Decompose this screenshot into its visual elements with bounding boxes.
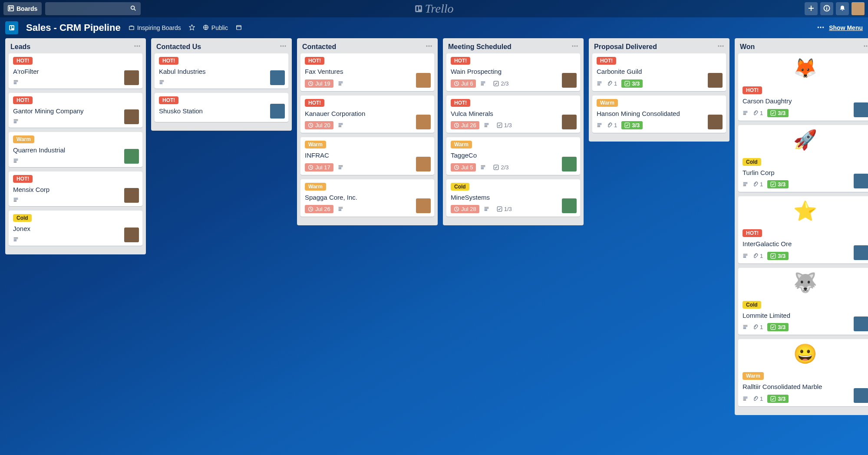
member-avatar[interactable] [562,73,577,88]
list: Meeting ScheduledHOT!Wain ProspectingJul… [443,38,584,225]
list-menu-button[interactable] [717,43,724,51]
info-button[interactable] [820,2,833,15]
svg-point-34 [574,46,576,47]
card[interactable]: HOT!Gantor Mining Company [9,93,142,128]
list-title[interactable]: Contacted Us [156,43,201,51]
member-avatar[interactable] [562,198,577,213]
boards-button[interactable]: Boards [3,2,42,15]
member-avatar[interactable] [854,317,868,331]
member-avatar[interactable] [562,115,577,129]
board[interactable]: LeadsHOT!A'roFilterHOT!Gantor Mining Com… [0,38,868,455]
search-input[interactable] [45,2,141,15]
add-button[interactable] [805,2,818,15]
svg-rect-7 [419,7,421,10]
plus-icon [808,5,815,13]
member-avatar[interactable] [124,149,139,164]
due-date-badge: Jul 20 [305,121,333,129]
card[interactable]: HOT!Vulca MineralsJul 261/3 [446,96,580,133]
card[interactable]: 🦊HOT!Carson Daughtry13/3 [738,53,868,121]
card[interactable]: HOT!Mensix Corp [9,171,142,207]
card-badges: 13/3 [743,252,868,260]
card[interactable]: HOT!Kabul Industries [155,53,288,89]
list-title[interactable]: Proposal Delivered [594,43,657,51]
card[interactable]: WarmHanson Mining Consolidated13/3 [592,96,726,133]
list-menu-button[interactable] [863,43,868,51]
member-avatar[interactable] [562,157,577,171]
list-menu-button[interactable] [280,43,287,51]
member-avatar[interactable] [416,73,431,88]
list: Proposal DeliveredHOT!Carbonite Guild13/… [589,38,729,142]
member-avatar[interactable] [416,157,431,171]
card[interactable]: 🐺ColdLommite Limited13/3 [738,268,868,335]
member-avatar[interactable] [270,104,285,119]
list-title[interactable]: Contacted [302,43,336,51]
inspiring-boards-link[interactable]: Inspiring Boards [129,24,181,31]
svg-rect-2 [11,7,13,9]
card[interactable]: HOT!A'roFilter [9,53,142,89]
member-avatar[interactable] [854,174,868,188]
calendar-button[interactable] [236,24,242,32]
card-labels: Warm [13,135,138,143]
card-title: InterGalactic Ore [743,240,868,248]
board-title[interactable]: Sales - CRM Pipeline [26,22,121,33]
list-title[interactable]: Leads [10,43,30,51]
card[interactable]: ColdMineSystemsJul 281/3 [446,179,580,217]
card[interactable]: WarmTaggeCoJul 52/3 [446,137,580,175]
card-labels: Cold [743,301,868,309]
card[interactable]: HOT!Fax VenturesJul 19 [300,53,434,91]
card-title: MineSystems [451,193,576,202]
label-warm: Warm [305,141,326,148]
card[interactable]: 😀WarmRalltiir Consolidated Marble13/3 [738,339,868,406]
notifications-button[interactable] [836,2,849,15]
member-avatar[interactable] [124,109,139,124]
card-badges [13,79,138,85]
member-avatar[interactable] [854,102,868,117]
card[interactable]: HOT!Shusko Station [155,93,288,122]
card[interactable]: HOT!Wain ProspectingJul 62/3 [446,53,580,91]
list-title[interactable]: Won [740,43,755,51]
member-avatar[interactable] [708,115,723,129]
member-avatar[interactable] [708,73,723,88]
card[interactable]: HOT!Kanauer CorporationJul 20 [300,96,434,133]
label-hot: HOT! [159,96,178,104]
list-menu-button[interactable] [134,43,141,51]
card[interactable]: WarmSpagga Core, Inc.Jul 26 [300,179,434,217]
member-avatar[interactable] [416,198,431,213]
card-labels: Warm [305,183,430,191]
user-avatar[interactable] [851,2,865,15]
label-hot: HOT! [743,86,762,94]
member-avatar[interactable] [270,70,285,85]
board-icon [5,21,18,34]
card[interactable]: ⭐HOT!InterGalactic Ore13/3 [738,196,868,264]
member-avatar[interactable] [854,388,868,403]
member-avatar[interactable] [854,245,868,260]
list-title[interactable]: Meeting Scheduled [448,43,512,51]
card[interactable]: WarmINFRACJul 17 [300,137,434,175]
visibility-button[interactable]: Public [203,24,228,32]
description-icon [743,181,748,187]
svg-point-44 [718,46,719,47]
card-badges [159,79,284,85]
member-avatar[interactable] [124,70,139,85]
due-date-badge: Jul 5 [451,163,476,171]
svg-point-49 [864,46,865,47]
member-avatar[interactable] [124,188,139,203]
card[interactable]: ColdJonex [9,211,142,246]
member-avatar[interactable] [124,228,139,242]
show-menu-link[interactable]: Show Menu [829,24,863,31]
more-icon[interactable] [817,23,825,33]
list-menu-button[interactable] [426,43,432,51]
card[interactable]: HOT!Carbonite Guild13/3 [592,53,726,91]
list-menu-button[interactable] [571,43,578,51]
card-labels: HOT! [13,57,138,65]
star-button[interactable] [189,24,195,32]
attachments-badge: 1 [752,110,763,116]
card[interactable]: 🚀ColdTurlin Corp13/3 [738,125,868,192]
card-badges: Jul 62/3 [451,79,576,88]
card[interactable]: WarmQuarren Industrial [9,132,142,167]
due-date-badge: Jul 26 [451,121,479,129]
card-title: Carson Daughtry [743,97,868,106]
member-avatar[interactable] [416,115,431,129]
svg-rect-5 [415,5,422,12]
card-cover: 🦊 [738,53,868,83]
